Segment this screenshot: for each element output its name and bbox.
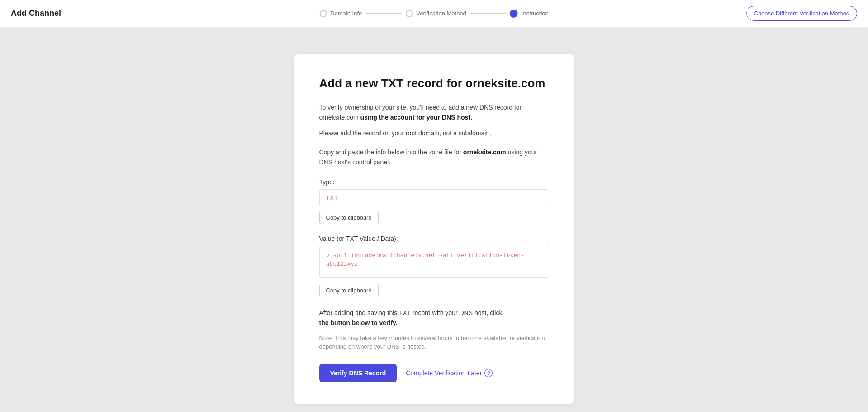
step-line-2 bbox=[470, 13, 506, 14]
verify-later-label: Complete Verification Later bbox=[406, 369, 482, 377]
step-verification-method: Verification Method bbox=[405, 10, 466, 17]
description-zone-domain: orneksite.com bbox=[463, 149, 506, 156]
note-text: Note: This may take a few minutes to sev… bbox=[319, 334, 549, 351]
step-label-1: Domain Info bbox=[330, 10, 362, 17]
copy-value-button[interactable]: Copy to clipboard bbox=[319, 284, 379, 297]
after-save-text: After adding and saving this TXT record … bbox=[319, 308, 549, 328]
description-dns: To verify ownership of your site, you'll… bbox=[319, 102, 549, 123]
after-save-text-1: After adding and saving this TXT record … bbox=[319, 309, 503, 316]
action-row: Verify DNS Record Complete Verification … bbox=[319, 364, 549, 382]
step-circle-1 bbox=[319, 10, 327, 17]
copy-type-button[interactable]: Copy to clipboard bbox=[319, 211, 379, 224]
choose-verification-method-button[interactable]: Choose Different Verification Method bbox=[746, 6, 858, 21]
card-title: Add a new TXT record for orneksite.com bbox=[319, 76, 549, 91]
step-label-2: Verification Method bbox=[416, 10, 466, 17]
step-label-3: Instruction bbox=[522, 10, 549, 17]
verify-dns-button[interactable]: Verify DNS Record bbox=[319, 364, 397, 382]
step-circle-2 bbox=[405, 10, 413, 17]
after-save-text-2: the button below to verify. bbox=[319, 319, 398, 326]
description-dns-bold: using the account for your DNS host. bbox=[360, 114, 472, 121]
page-title: Add Channel bbox=[11, 9, 61, 18]
help-icon[interactable]: ? bbox=[484, 369, 493, 377]
type-label: Type: bbox=[319, 178, 549, 186]
step-domain-info: Domain Info bbox=[319, 10, 362, 17]
main-content: Add a new TXT record for orneksite.com T… bbox=[0, 27, 868, 412]
stepper: Domain Info Verification Method Instruct… bbox=[319, 10, 549, 18]
instruction-card: Add a new TXT record for orneksite.com T… bbox=[294, 54, 574, 404]
step-instruction: Instruction bbox=[510, 10, 549, 18]
description-zone: Copy and paste the info below into the z… bbox=[319, 147, 549, 168]
step-line-1 bbox=[365, 13, 402, 14]
value-textarea[interactable]: v=spf1 include:mailchannels.net ~all ver… bbox=[319, 246, 549, 278]
header: Add Channel Domain Info Verification Met… bbox=[0, 0, 868, 27]
verify-later-link[interactable]: Complete Verification Later ? bbox=[406, 369, 493, 377]
description-zone-prefix: Copy and paste the info below into the z… bbox=[319, 149, 463, 156]
description-root-domain: Please add the record on your root domai… bbox=[319, 128, 549, 138]
step-circle-3 bbox=[510, 10, 518, 18]
value-label: Value (or TXT Value / Data): bbox=[319, 235, 549, 242]
type-input[interactable] bbox=[319, 189, 549, 206]
